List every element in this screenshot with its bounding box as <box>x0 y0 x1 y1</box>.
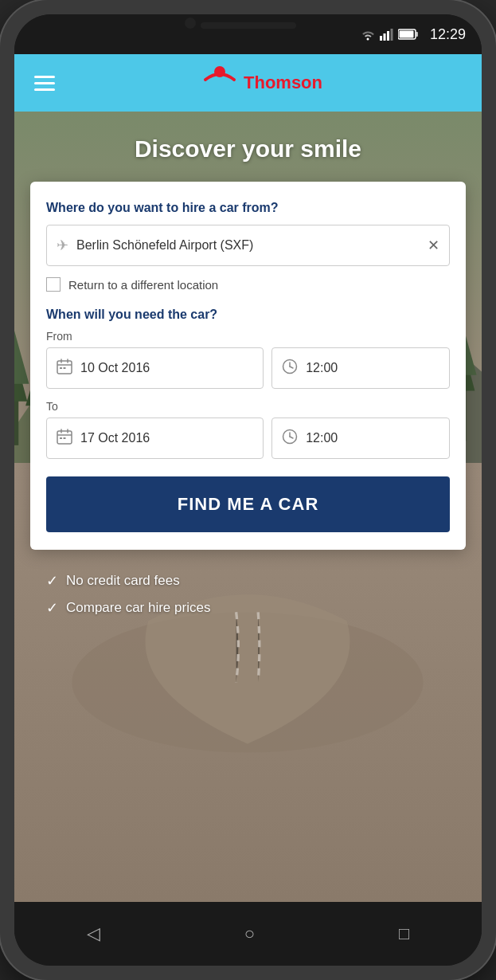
from-date-field[interactable]: 10 Oct 2016 <box>46 347 264 389</box>
to-date-field[interactable]: 17 Oct 2016 <box>46 417 264 459</box>
location-input[interactable]: ✈ Berlin Schönefeld Airport (SXF) ✕ <box>46 225 450 266</box>
svg-rect-2 <box>387 31 389 41</box>
svg-rect-6 <box>399 31 413 38</box>
phone-frame: 12:29 Thomson <box>0 0 496 980</box>
svg-rect-36 <box>64 437 66 439</box>
status-bar: 12:29 <box>14 14 482 54</box>
menu-line-2 <box>34 82 55 84</box>
wifi-icon <box>360 28 376 41</box>
speaker <box>201 22 296 29</box>
svg-rect-0 <box>380 36 382 41</box>
home-button[interactable]: ○ <box>228 915 271 952</box>
to-time-value: 12:00 <box>306 431 338 445</box>
status-icons <box>360 28 419 41</box>
benefits-section: ✓ No credit card fees ✓ Compare car hire… <box>30 550 466 642</box>
phone-screen: 12:29 Thomson <box>14 14 482 966</box>
svg-rect-1 <box>383 33 385 41</box>
hero-section: Discover your smile Where do you want to… <box>14 112 482 902</box>
svg-rect-35 <box>60 437 62 439</box>
from-time-field[interactable]: 12:00 <box>271 347 450 389</box>
bottom-nav: ◁ ○ □ <box>14 902 482 966</box>
svg-rect-5 <box>416 32 418 37</box>
status-time: 12:29 <box>430 26 466 43</box>
to-label: To <box>46 400 450 413</box>
from-date-value: 10 Oct 2016 <box>80 361 150 375</box>
battery-icon <box>398 29 419 40</box>
return-checkbox-row: Return to a different location <box>46 277 450 292</box>
plane-icon: ✈ <box>57 237 68 254</box>
clock-to-icon <box>282 429 298 449</box>
search-card: Where do you want to hire a car from? ✈ … <box>30 182 466 550</box>
to-time-field[interactable]: 12:00 <box>271 417 450 459</box>
menu-line-3 <box>34 88 55 91</box>
from-label: From <box>46 330 450 343</box>
from-date-time-row: 10 Oct 2016 12:00 <box>46 347 450 389</box>
svg-rect-27 <box>64 367 66 369</box>
svg-line-30 <box>290 367 293 368</box>
benefit-item-2: ✓ Compare car hire prices <box>46 599 450 617</box>
check-icon-2: ✓ <box>46 599 58 617</box>
svg-rect-26 <box>60 367 62 369</box>
calendar-to-icon <box>57 429 72 449</box>
to-date-value: 17 Oct 2016 <box>80 431 150 445</box>
check-icon-1: ✓ <box>46 572 58 590</box>
signal-icon <box>380 28 394 41</box>
back-button[interactable]: ◁ <box>71 915 116 952</box>
where-label: Where do you want to hire a car from? <box>46 201 450 215</box>
clock-from-icon <box>282 359 298 378</box>
clear-location-button[interactable]: ✕ <box>428 237 439 254</box>
location-value: Berlin Schönefeld Airport (SXF) <box>76 238 428 253</box>
svg-line-39 <box>290 437 293 438</box>
hero-title: Discover your smile <box>30 135 466 163</box>
return-label: Return to a different location <box>68 278 218 292</box>
hero-content: Discover your smile Where do you want to… <box>14 112 482 666</box>
benefit-item-1: ✓ No credit card fees <box>46 572 450 590</box>
calendar-from-icon <box>57 359 72 378</box>
menu-button[interactable] <box>30 72 59 95</box>
when-label: When will you need the car? <box>46 308 450 322</box>
return-checkbox[interactable] <box>46 277 61 292</box>
to-date-time-row: 17 Oct 2016 12:00 <box>46 417 450 459</box>
recents-button[interactable]: □ <box>383 915 425 952</box>
benefit-text-2: Compare car hire prices <box>66 600 210 616</box>
menu-line-1 <box>34 76 55 78</box>
benefit-text-1: No credit card fees <box>66 573 180 589</box>
app-header: Thomson <box>14 54 482 112</box>
app-screen: Thomson <box>14 54 482 966</box>
svg-rect-3 <box>390 29 393 41</box>
from-time-value: 12:00 <box>306 361 338 375</box>
find-car-button[interactable]: FIND ME A CAR <box>46 476 450 532</box>
tui-logo-symbol <box>202 65 237 100</box>
brand-name: Thomson <box>244 73 322 93</box>
logo-area: Thomson <box>59 65 466 100</box>
front-camera <box>185 18 196 29</box>
